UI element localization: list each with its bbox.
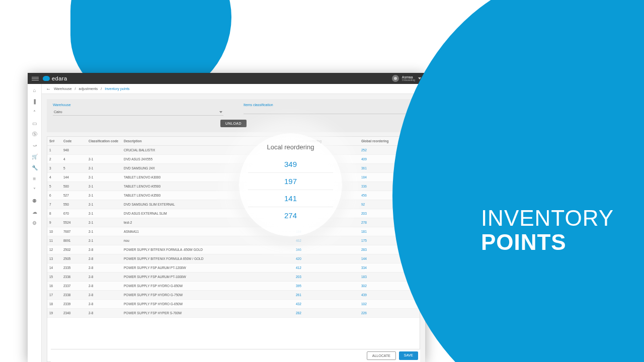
- bookmark-icon[interactable]: ❚: [32, 98, 38, 104]
- cell-local-reorder[interactable]: 203: [294, 273, 359, 281]
- money-icon[interactable]: Ⓢ: [32, 131, 38, 137]
- magnifier-header: Local reordering: [248, 143, 333, 151]
- table-row[interactable]: 242-1DVD ASUS 24X555197409: [47, 155, 420, 164]
- magnifier-lens: Local reordering 349 197 141 274: [239, 133, 342, 236]
- cell-classcode: 2-1: [87, 182, 122, 191]
- cell-sr: 11: [47, 236, 61, 245]
- table-row[interactable]: 55002-1TABLET LENOVO A5500336: [47, 182, 420, 191]
- table-row[interactable]: 1723382-8POWER SUPPLY FSP HYDRO G-750W26…: [47, 291, 420, 300]
- cell-sr: 1: [47, 146, 61, 154]
- table-row[interactable]: 1923402-8POWER SUPPLY FSP HYPER S-700W28…: [47, 309, 420, 318]
- user-block[interactable]: Asmaa Onboarding: [402, 75, 415, 81]
- table-row[interactable]: 1186912-1nou462175: [47, 236, 420, 245]
- gear-icon[interactable]: ⚙: [32, 220, 38, 226]
- table-row[interactable]: 1823392-8POWER SUPPLY FSP HYDRO G-650W43…: [47, 300, 420, 309]
- warehouse-select[interactable]: Cairo: [53, 109, 223, 116]
- chevron-down-icon[interactable]: ˅: [32, 187, 38, 193]
- table-row[interactable]: 86702-1DVD ASUS EXTERNAL SLIM104203: [47, 209, 420, 218]
- list-icon[interactable]: ≡: [32, 175, 38, 182]
- table-row[interactable]: 1325052-8POWER SUPPLY BITFENIX FORMULA 6…: [47, 254, 420, 263]
- store-icon[interactable]: ▭: [32, 120, 38, 126]
- cell-local-reorder[interactable]: 462: [294, 236, 359, 245]
- main-panel: ← Warehouse / adjustments / Inventory po…: [42, 84, 425, 362]
- promo-line1: INVENTORY: [481, 206, 614, 230]
- cell-local-reorder[interactable]: 395: [294, 282, 359, 290]
- cell-sr: 3: [47, 164, 61, 172]
- cell-classcode: 2-8: [87, 263, 122, 272]
- cell-sr: 15: [47, 273, 61, 281]
- unload-button[interactable]: UNLOAD: [220, 120, 247, 127]
- cell-description: POWER SUPPLY FSP AURUM PT-1000W: [122, 273, 294, 281]
- bc-seg2[interactable]: adjustments: [79, 87, 98, 90]
- cell-sr: 13: [47, 254, 61, 263]
- cell-code: 4: [61, 155, 87, 163]
- col-classcode[interactable]: Classification code: [87, 137, 122, 145]
- user-role: Onboarding: [402, 79, 415, 81]
- chart-icon[interactable]: ⤻: [32, 142, 38, 148]
- cell-local-reorder[interactable]: 432: [294, 300, 359, 308]
- cell-sr: 4: [47, 173, 61, 182]
- menu-icon[interactable]: [32, 77, 39, 80]
- cart-icon[interactable]: 🛒: [32, 153, 38, 159]
- cell-local-reorder[interactable]: 282: [294, 309, 359, 317]
- cell-description: POWER SUPPLY FSP AURUM PT-1200W: [122, 263, 294, 272]
- cell-code: 8691: [61, 236, 87, 245]
- cell-code: 2338: [61, 291, 87, 299]
- cell-code: 2337: [61, 282, 87, 290]
- cell-classcode: 2-1: [87, 227, 122, 236]
- cell-code: 2340: [61, 309, 87, 317]
- cell-local-reorder[interactable]: 412: [294, 263, 359, 272]
- cell-code: 670: [61, 209, 87, 218]
- magnifier-value: 274: [248, 207, 333, 224]
- cell-sr: 6: [47, 191, 61, 200]
- cloud-icon[interactable]: ☁: [32, 209, 38, 215]
- back-icon[interactable]: ←: [46, 86, 51, 92]
- cell-local-reorder[interactable]: 346: [294, 245, 359, 254]
- cell-classcode: 2-1: [87, 218, 122, 227]
- table-row[interactable]: 1623372-8POWER SUPPLY FSP HYDRO G-850W39…: [47, 282, 420, 291]
- dropdown-icon: [219, 111, 222, 113]
- col-sr[interactable]: Sr#: [47, 137, 61, 145]
- cell-classcode: 2-8: [87, 245, 122, 254]
- cell-sr: 16: [47, 282, 61, 290]
- cell-sr: 12: [47, 245, 61, 254]
- cell-classcode: 2-8: [87, 273, 122, 281]
- cell-description: POWER SUPPLY FSP HYDRO G-850W: [122, 282, 294, 290]
- table-row[interactable]: 955242-1test-2486278: [47, 218, 420, 227]
- table-row[interactable]: 1076872-1ASMAA11184181: [47, 227, 420, 236]
- table-row[interactable]: 1948CRUCIAL BALLISTIX349252: [47, 146, 420, 155]
- cell-code: 2336: [61, 273, 87, 281]
- table-header: Sr# Code Classification code Description…: [47, 137, 420, 146]
- table-row[interactable]: 75502-1DVD SAMSUNG SLIM EXTERNAL47592: [47, 200, 420, 209]
- table: Sr# Code Classification code Description…: [47, 136, 420, 362]
- wrench-icon[interactable]: 🔧: [32, 164, 38, 170]
- items-class-select[interactable]: [244, 109, 414, 114]
- home-icon[interactable]: ⌂: [32, 87, 38, 93]
- footer-actions: ALLOCATE SAVE: [51, 349, 420, 362]
- table-row[interactable]: 352-1DVD SAMSUNG 24X141361: [47, 164, 420, 173]
- chevron-up-icon[interactable]: ˄: [32, 109, 38, 115]
- cell-global-reorder[interactable]: 102: [359, 300, 420, 308]
- cell-global-reorder[interactable]: 226: [359, 309, 420, 317]
- cell-sr: 10: [47, 227, 61, 236]
- table-row[interactable]: 65272-1TABLET LENOVO A3500456: [47, 191, 420, 200]
- cell-local-reorder[interactable]: 420: [294, 254, 359, 263]
- avatar-icon[interactable]: [392, 75, 399, 82]
- cell-description: POWER SUPPLY FSP HYDRO G-650W: [122, 300, 294, 308]
- table-row[interactable]: 1523362-8POWER SUPPLY FSP AURUM PT-1000W…: [47, 273, 420, 282]
- cell-classcode: 2-1: [87, 164, 122, 172]
- save-button[interactable]: SAVE: [399, 351, 418, 360]
- allocate-button[interactable]: ALLOCATE: [367, 351, 396, 360]
- table-row[interactable]: 41442-1TABLET LENOVO A3000274184: [47, 173, 420, 182]
- cell-local-reorder[interactable]: 261: [294, 291, 359, 299]
- table-row[interactable]: 1225022-8POWER SUPPLY BITFENIX FORMULA -…: [47, 245, 420, 254]
- users-icon[interactable]: ⚉: [32, 198, 38, 204]
- cell-sr: 9: [47, 218, 61, 227]
- cell-sr: 7: [47, 200, 61, 209]
- cell-classcode: 2-1: [87, 200, 122, 209]
- table-row[interactable]: 1423352-8POWER SUPPLY FSP AURUM PT-1200W…: [47, 263, 420, 273]
- brand-name: edara: [52, 75, 67, 81]
- col-code[interactable]: Code: [61, 137, 87, 145]
- bc-seg1[interactable]: Warehouse: [54, 87, 72, 90]
- cell-sr: 2: [47, 155, 61, 163]
